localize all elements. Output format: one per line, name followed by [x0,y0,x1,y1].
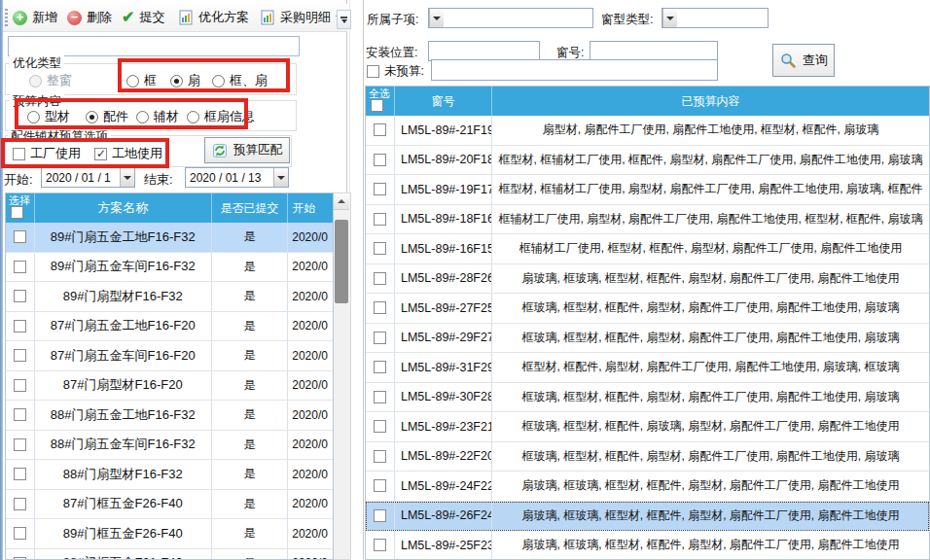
select-all-checkbox[interactable] [371,99,383,112]
window-type-combobox[interactable] [662,8,769,28]
table-row[interactable]: 87#门扇五金工地F16-F20是2020/0 [6,312,333,342]
combo-dropdown-button[interactable] [662,9,677,27]
row-checkbox[interactable] [374,183,386,195]
row-checkbox[interactable] [14,379,26,392]
table-row[interactable]: LM5L-89#-29F27框玻璃, 框型材, 框配件, 扇型材, 扇配件工厂使… [366,324,929,354]
row-checkbox[interactable] [14,261,26,273]
row-checkbox[interactable] [374,154,386,166]
table-row[interactable]: 87#门框五金F26-F40是2020/0 [6,490,333,520]
install-position-input[interactable] [428,41,540,61]
row-checkbox[interactable] [14,230,26,243]
table-row[interactable]: 88#门扇五金工地F16-F32是2020/0 [6,401,333,431]
row-checkbox[interactable] [374,479,386,492]
table-row[interactable]: 89#门框五金F26-F40是2020/0 [6,519,333,549]
table-row[interactable]: 89#门扇型材F16-F32是2020/0 [6,282,333,312]
row-checkbox[interactable] [374,361,386,373]
row-checkbox[interactable] [374,272,386,285]
budget-header-content[interactable]: 已预算内容 [492,87,929,116]
table-row[interactable]: 88#门框五金F21-F40是2020/0 [6,549,333,560]
table-row[interactable]: 89#门扇五金车间F16-F32是2020/0 [6,253,333,283]
scroll-up-button[interactable] [334,193,349,210]
date-start-picker[interactable]: 2020 / 01 / 1 [41,167,135,188]
radio-accessory[interactable]: 配件 [86,108,128,125]
budget-content: 扇玻璃, 框玻璃, 框型材, 框配件, 扇型材, 扇配件工厂使用, 扇配件工地使… [492,502,929,531]
table-row[interactable]: LM5L-89#-16F15框辅材工厂使用, 框型材, 框配件, 扇型材, 扇配… [366,234,929,264]
table-row-selected[interactable]: LM5L-89#-26F24扇玻璃, 框玻璃, 框型材, 框配件, 扇型材, 扇… [366,502,929,532]
plan-header-submitted[interactable]: 是否已提交 [212,193,289,223]
table-row[interactable]: LM5L-89#-24F22扇玻璃, 框玻璃, 框型材, 框配件, 扇型材, 扇… [366,472,929,502]
row-checkbox[interactable] [374,301,386,314]
table-row[interactable]: LM5L-89#-19F17框型材, 框辅材工厂使用, 扇型材, 扇配件工厂使用… [366,175,929,205]
row-checkbox[interactable] [374,213,386,226]
row-checkbox[interactable] [374,123,386,136]
row-checkbox[interactable] [14,527,26,540]
row-checkbox[interactable] [374,509,386,522]
row-checkbox[interactable] [14,290,26,302]
row-checkbox[interactable] [14,498,26,510]
plan-header-start[interactable]: 开始 [288,193,333,223]
row-checkbox[interactable] [374,332,386,344]
toolbar-grip[interactable] [5,9,8,27]
row-checkbox[interactable] [14,320,26,332]
toolbar-overflow-button[interactable] [337,10,351,29]
date-end-picker[interactable]: 2020 / 01 / 13 [185,167,289,188]
scrollbar-thumb[interactable] [335,220,348,303]
table-row[interactable]: 89#门扇五金工地F16-F32是2020/0 [6,223,333,253]
row-checkbox[interactable] [374,391,386,403]
radio-sash[interactable]: 扇 [170,72,200,89]
radio-whole-window[interactable]: 整窗 [29,72,72,89]
radio-profile[interactable]: 型材 [27,108,70,125]
delete-button[interactable]: 删除 [67,6,112,29]
radio-frame-sash[interactable]: 框、扇 [212,72,268,89]
row-checkbox[interactable] [14,438,26,451]
factory-use-checkbox[interactable]: 工厂使用 [13,145,81,162]
radio-frame-sash-info[interactable]: 框扇信息 [187,108,255,125]
plan-submitted: 是 [212,549,289,560]
row-checkbox[interactable] [374,450,386,463]
unbudgeted-input[interactable] [431,59,718,81]
submit-button[interactable]: 提交 [122,6,164,29]
row-checkbox[interactable] [374,420,386,433]
table-row[interactable]: 88#门扇型材F16-F32是2020/0 [6,460,333,490]
window-no-input[interactable] [590,41,718,61]
optimize-plan-button[interactable]: 优化方案 [178,6,249,29]
table-row[interactable]: 87#门扇五金车间F16-F20是2020/0 [6,341,333,371]
site-use-checkbox[interactable]: 工地使用 [94,145,162,162]
table-row[interactable]: LM5L-89#-23F21框玻璃, 框型材, 框配件, 扇玻璃, 扇型材, 扇… [366,412,929,442]
add-button[interactable]: 新增 [13,6,57,29]
row-checkbox[interactable] [14,349,26,362]
date-dropdown-button[interactable] [120,168,134,187]
date-start-label: 开始: [4,171,33,189]
plan-filter-input[interactable] [8,36,300,56]
table-row[interactable]: LM5L-89#-30F28框玻璃, 框型材, 框配件, 扇型材, 扇配件工厂使… [366,383,929,413]
budget-header-window-no[interactable]: 窗号 [395,87,492,116]
row-checkbox[interactable] [374,539,386,551]
table-row[interactable]: LM5L-89#-20F18框型材, 框辅材工厂使用, 框配件, 扇型材, 扇配… [366,146,929,176]
table-row[interactable]: LM5L-89#-25F23扇玻璃, 框玻璃, 框型材, 框配件, 扇型材, 扇… [366,531,929,560]
row-checkbox[interactable] [374,242,386,255]
row-checkbox[interactable] [14,468,26,480]
chevron-down-icon [277,176,285,180]
table-row[interactable]: LM5L-89#-31F29框型材, 框配件, 扇型材, 扇配件工厂使用, 扇配… [366,353,929,383]
combo-dropdown-button[interactable] [429,9,444,27]
plan-table-scrollbar[interactable] [334,192,351,560]
table-row[interactable]: LM5L-89#-22F20框玻璃, 框型材, 框配件, 扇型材, 扇配件工厂使… [366,442,929,472]
table-row[interactable]: 88#门扇五金车间F16-F32是2020/0 [6,431,333,461]
table-row[interactable]: LM5L-89#-27F25框玻璃, 框型材, 框配件, 扇型材, 扇配件工厂使… [366,294,929,324]
radio-auxiliary[interactable]: 辅材 [136,108,179,125]
table-row[interactable]: LM5L-89#-21F19扇型材, 扇配件工厂使用, 扇配件工地使用, 框型材… [366,116,929,146]
table-row[interactable]: 87#门扇型材F16-F20是2020/0 [6,371,333,402]
date-dropdown-button[interactable] [273,168,288,187]
query-button[interactable]: 查询 [772,44,835,77]
unbudgeted-checkbox[interactable]: 未预算: [367,63,424,80]
table-row[interactable]: LM5L-89#-28F26扇玻璃, 框玻璃, 框型材, 框配件, 扇型材, 扇… [366,264,929,295]
select-all-checkbox[interactable] [11,206,23,219]
budget-match-button[interactable]: 预算匹配 [204,137,290,163]
sub-item-combobox[interactable] [428,8,593,28]
purchase-detail-button[interactable]: 采购明细 [260,6,343,29]
budget-content: 框型材, 框辅材工厂使用, 框配件, 扇型材, 扇配件工厂使用, 扇配件工地使用… [492,146,929,175]
plan-header-name[interactable]: 方案名称 [35,193,212,223]
radio-frame[interactable]: 框 [126,72,157,89]
table-row[interactable]: LM5L-89#-18F16框辅材工厂使用, 扇型材, 扇配件工厂使用, 扇配件… [366,205,929,235]
row-checkbox[interactable] [14,408,26,421]
